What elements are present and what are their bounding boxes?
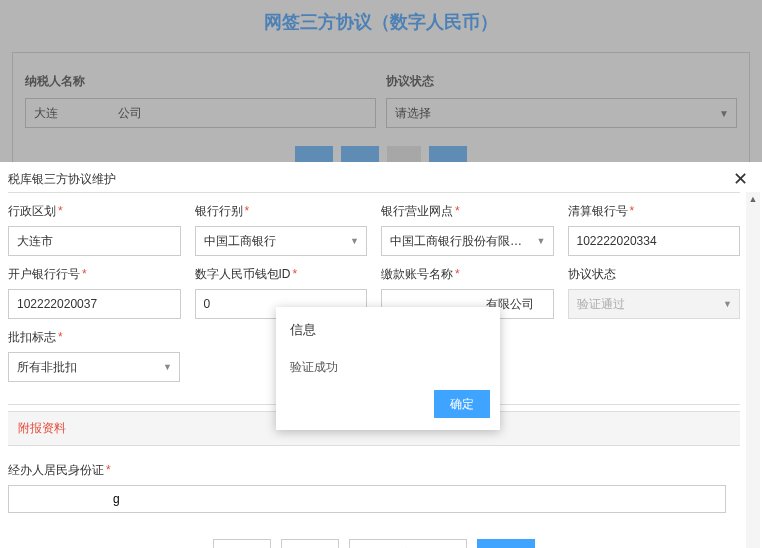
back-button[interactable]: 返回 <box>477 539 535 548</box>
region-label: 行政区划 <box>8 204 56 218</box>
id-doc-file-input[interactable] <box>8 485 726 513</box>
bank-branch-label: 银行营业网点 <box>381 204 453 218</box>
modal-ok-button[interactable]: 确定 <box>434 390 490 418</box>
panel-footer: 保存 验证 生成三方协议号 返回 <box>8 525 740 548</box>
generate-no-button[interactable]: 生成三方协议号 <box>349 539 467 548</box>
batch-flag-label: 批扣标志 <box>8 330 56 344</box>
open-bank-no-input[interactable] <box>8 289 181 319</box>
clearing-no-input[interactable] <box>568 226 741 256</box>
acct-name-label: 缴款账号名称 <box>381 267 453 281</box>
scroll-up-icon[interactable]: ▲ <box>746 192 760 206</box>
required-mark: * <box>293 267 298 281</box>
verify-button[interactable]: 验证 <box>281 539 339 548</box>
required-mark: * <box>58 330 63 344</box>
bank-type-select[interactable]: 中国工商银行 <box>195 226 368 256</box>
panel-title: 税库银三方协议维护 <box>8 171 116 188</box>
bank-type-label: 银行行别 <box>195 204 243 218</box>
save-button[interactable]: 保存 <box>213 539 271 548</box>
modal-title: 信息 <box>276 307 500 347</box>
modal-message: 验证成功 <box>276 347 500 390</box>
wallet-id-label: 数字人民币钱包ID <box>195 267 291 281</box>
open-bank-no-label: 开户银行行号 <box>8 267 80 281</box>
required-mark: * <box>82 267 87 281</box>
required-mark: * <box>455 204 460 218</box>
id-doc-label: 经办人居民身份证 <box>8 463 104 477</box>
required-mark: * <box>106 463 111 477</box>
batch-flag-select[interactable]: 所有非批扣 <box>8 352 180 382</box>
info-modal: 信息 验证成功 确定 <box>276 307 500 430</box>
agree-status-label: 协议状态 <box>568 267 616 281</box>
clearing-no-label: 清算银行号 <box>568 204 628 218</box>
close-icon[interactable]: ✕ <box>729 168 752 190</box>
region-input[interactable] <box>8 226 181 256</box>
required-mark: * <box>630 204 635 218</box>
agree-status-select: 验证通过 <box>568 289 741 319</box>
required-mark: * <box>245 204 250 218</box>
bank-branch-select[interactable]: 中国工商银行股份有限公… <box>381 226 554 256</box>
required-mark: * <box>58 204 63 218</box>
scrollbar[interactable]: ▲ <box>746 192 760 548</box>
required-mark: * <box>455 267 460 281</box>
